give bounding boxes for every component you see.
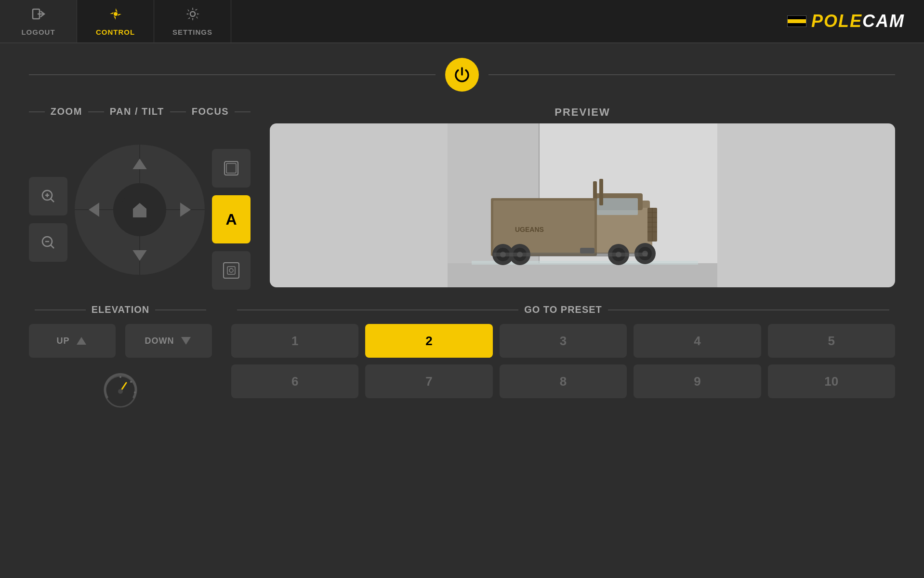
svg-rect-56 [580, 248, 594, 254]
focus-controls: A [212, 149, 251, 290]
preset-button-1[interactable]: 1 [231, 324, 358, 358]
preset-header: GO TO PRESET [231, 304, 895, 315]
preset-section: GO TO PRESET 1 2 3 4 5 6 7 8 9 10 [231, 304, 895, 411]
power-line-row [29, 58, 895, 92]
preset-button-9[interactable]: 9 [634, 364, 761, 398]
pan-tilt-joystick [72, 142, 207, 277]
preset-button-10[interactable]: 10 [768, 364, 895, 398]
speed-indicator [29, 372, 212, 411]
elevation-up-button[interactable]: UP [29, 324, 116, 358]
svg-rect-18 [224, 263, 239, 278]
preset-label: GO TO PRESET [524, 304, 602, 315]
preset-grid: 1 2 3 4 5 6 7 8 9 10 [231, 324, 895, 398]
zoom-in-button[interactable] [29, 177, 67, 215]
logo-flag [787, 15, 806, 27]
elevation-label: ELEVATION [92, 304, 149, 315]
svg-rect-39 [599, 179, 603, 205]
zoom-controls [29, 177, 67, 262]
left-panel: ZOOM PAN / TILT FOCUS [29, 106, 251, 290]
controls-row: ZOOM PAN / TILT FOCUS [29, 106, 895, 290]
svg-rect-19 [227, 267, 235, 274]
focus-near-button[interactable] [212, 251, 251, 290]
preview-box: UGEANS [270, 123, 895, 287]
logout-icon [31, 6, 46, 25]
top-navigation: LOGOUT CONTROL [0, 0, 924, 43]
focus-far-button[interactable] [212, 149, 251, 188]
svg-point-20 [229, 269, 233, 272]
preset-line-right [608, 309, 889, 310]
pan-tilt-home-button[interactable] [120, 190, 159, 229]
preset-line-left [237, 309, 518, 310]
logout-label: LOGOUT [21, 28, 55, 36]
elevation-up-label: UP [56, 336, 69, 346]
svg-line-10 [51, 245, 54, 248]
preset-button-8[interactable]: 8 [500, 364, 627, 398]
svg-point-3 [190, 12, 195, 16]
preset-button-3[interactable]: 3 [500, 324, 627, 358]
svg-point-2 [114, 12, 118, 16]
svg-point-59 [118, 389, 123, 394]
bottom-row: ELEVATION UP DOWN [29, 304, 895, 411]
logo-area: POLECAM [787, 11, 905, 31]
svg-rect-17 [226, 163, 236, 173]
elevation-section: ELEVATION UP DOWN [29, 304, 212, 411]
elevation-buttons: UP DOWN [29, 324, 212, 358]
speedometer-icon [101, 372, 140, 411]
svg-rect-55 [493, 253, 647, 256]
pan-tilt-section-label: PAN / TILT [104, 106, 170, 117]
preset-button-6[interactable]: 6 [231, 364, 358, 398]
elevation-header: ELEVATION [29, 304, 212, 315]
power-line-right [488, 74, 895, 75]
zoom-section-label: ZOOM [45, 106, 88, 117]
control-icon [108, 6, 123, 25]
preset-button-7[interactable]: 7 [365, 364, 492, 398]
power-button[interactable] [445, 58, 479, 92]
logout-nav-item[interactable]: LOGOUT [0, 0, 77, 42]
zoom-out-button[interactable] [29, 223, 67, 262]
header-line-mid1 [88, 111, 104, 112]
focus-auto-button[interactable]: A [212, 195, 251, 243]
focus-section-label: FOCUS [186, 106, 235, 117]
header-line-right [235, 111, 251, 112]
control-nav-item[interactable]: CONTROL [77, 0, 154, 42]
svg-text:UGEANS: UGEANS [515, 226, 544, 233]
elev-line-right [155, 309, 206, 310]
svg-point-61 [130, 381, 132, 383]
preset-button-2[interactable]: 2 [365, 324, 492, 358]
svg-point-62 [134, 391, 136, 393]
preview-label-row: PREVIEW [270, 106, 895, 119]
preset-button-5[interactable]: 5 [768, 324, 895, 358]
power-line-left [29, 74, 436, 75]
right-panel: PREVIEW [270, 106, 895, 287]
svg-rect-15 [137, 213, 143, 217]
settings-nav-item[interactable]: SETTINGS [154, 0, 231, 42]
settings-label: SETTINGS [172, 28, 212, 36]
pan-tilt-left-button[interactable] [77, 190, 111, 229]
control-label: CONTROL [96, 28, 135, 36]
controls-area: A [29, 125, 251, 290]
svg-rect-25 [448, 263, 717, 287]
pan-tilt-right-button[interactable] [169, 190, 202, 229]
svg-point-60 [119, 376, 121, 378]
elev-line-left [35, 309, 86, 310]
svg-line-7 [51, 199, 54, 202]
focus-auto-label: A [225, 211, 237, 229]
section-header: ZOOM PAN / TILT FOCUS [29, 106, 251, 117]
preview-label: PREVIEW [554, 106, 610, 118]
pan-tilt-up-button[interactable] [120, 147, 159, 181]
preview-scene: UGEANS [270, 123, 895, 287]
logo-text: POLECAM [811, 11, 905, 31]
settings-icon [185, 6, 200, 25]
preset-button-4[interactable]: 4 [634, 324, 761, 358]
main-content: ZOOM PAN / TILT FOCUS [0, 43, 924, 578]
elevation-down-label: DOWN [145, 336, 174, 346]
pan-tilt-down-button[interactable] [120, 239, 159, 272]
elevation-down-button[interactable]: DOWN [125, 324, 212, 358]
header-line-left [29, 111, 45, 112]
header-line-mid2 [170, 111, 186, 112]
